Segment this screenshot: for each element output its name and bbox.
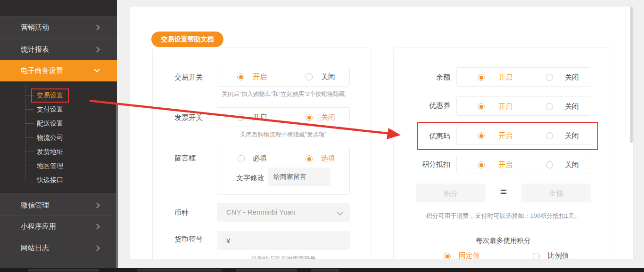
chevron-right-icon: [94, 47, 100, 53]
ratio-value-radio[interactable]: [533, 253, 540, 259]
amount-input[interactable]: [521, 184, 591, 202]
taskbar-strip: [0, 268, 644, 272]
points-note: 积分可用于消费，支付时可以选择如：100积分抵扣1元。: [394, 212, 613, 220]
trade-switch-group: 开启 关闭: [217, 67, 350, 87]
points-deduct-label: 积分抵扣: [394, 160, 450, 169]
invoice-off-radio[interactable]: [305, 114, 313, 121]
invoice-off-label[interactable]: 关闭: [321, 113, 335, 122]
currency-select[interactable]: CNY - Renminbi Yuan: [217, 203, 350, 222]
help-doc-button[interactable]: 交易设置帮助文档: [151, 32, 223, 47]
submenu-item-shipping-address[interactable]: 发货地址: [37, 144, 63, 159]
coupon-code-on-label[interactable]: 开启: [498, 131, 512, 140]
coupon-code-label: 优惠码: [394, 132, 450, 141]
balance-label: 余额: [394, 73, 450, 82]
sidebar-item-reports[interactable]: 统计报表: [0, 38, 117, 60]
sidebar: 营销活动 统计报表 电子商务设置 交易设置 支付设置 配送设置 物流公司 发货地…: [0, 0, 117, 268]
page-scrollbar-thumb[interactable]: [630, 7, 633, 143]
trade-on-label[interactable]: 开启: [253, 72, 267, 81]
message-optional-label[interactable]: 选填: [321, 154, 335, 163]
invoice-switch-group: 开启 关闭: [217, 107, 350, 127]
trade-switch-label: 交易开关: [174, 73, 203, 82]
trade-off-label[interactable]: 关闭: [321, 72, 335, 81]
submenu-item-region-management[interactable]: 地区管理: [37, 159, 63, 173]
submenu-item-payment-settings[interactable]: 支付设置: [37, 102, 63, 116]
message-required-radio[interactable]: [238, 155, 245, 162]
coupon-code-off-radio[interactable]: [546, 132, 553, 139]
submenu-item-trade-settings[interactable]: 交易设置: [37, 88, 63, 102]
invoice-switch-note: 关闭后购物流程中将隐藏”发票项”: [213, 131, 354, 139]
coupon-on-label[interactable]: 开启: [498, 102, 512, 111]
invoice-on-label[interactable]: 开启: [253, 113, 267, 122]
trade-on-radio[interactable]: [237, 73, 244, 80]
balance-on-radio[interactable]: [478, 74, 485, 81]
sidebar-scrollbar-thumb[interactable]: [116, 104, 118, 268]
equals-sign: =: [496, 185, 511, 199]
sidebar-item-site-logs[interactable]: 网站日志: [0, 237, 117, 258]
coupon-on-radio[interactable]: [478, 103, 485, 110]
chevron-right-icon: [94, 24, 100, 31]
sidebar-filler-row: [0, 258, 117, 268]
submenu-item-logistics-company[interactable]: 物流公司: [37, 130, 63, 144]
main-panel: 交易设置帮助文档 交易开关 开启 关闭 关闭后“加入购物车”和“立刻购买”2个按…: [130, 6, 634, 259]
ecommerce-submenu: 交易设置 支付设置 配送设置 物流公司 发货地址 地区管理 快递接口: [0, 81, 117, 193]
balance-on-label[interactable]: 开启: [498, 73, 512, 82]
coupon-off-radio[interactable]: [546, 103, 553, 110]
invoice-switch-label: 发票开关: [174, 113, 203, 122]
message-optional-radio[interactable]: [305, 155, 313, 162]
coupon-group: 开启 关闭: [456, 96, 591, 116]
currency-symbol-label: 货币符号: [174, 235, 203, 244]
message-box-group: 必填 选填 文字修改: [217, 148, 350, 195]
trade-settings-card: 交易开关 开启 关闭 关闭后“加入购物车”和“立刻购买”2个按钮将隐藏 发票开关…: [152, 48, 372, 259]
currency-select-value: CNY - Renminbi Yuan: [226, 208, 295, 216]
chevron-down-icon: [94, 66, 100, 72]
currency-label: 币种: [174, 208, 189, 217]
trade-off-radio[interactable]: [305, 73, 313, 80]
invoice-on-radio[interactable]: [237, 114, 244, 121]
coupon-code-group: 开启 关闭: [456, 126, 591, 145]
points-off-radio[interactable]: [546, 161, 553, 168]
sidebar-item-label: 小程序应用: [21, 222, 56, 230]
sidebar-item-wechat[interactable]: 微信管理: [0, 194, 117, 215]
message-box-label: 留言框: [174, 154, 196, 163]
coupon-label: 优惠券: [394, 101, 450, 110]
currency-symbol-note: 当前站点显示的货币符号: [213, 255, 354, 259]
message-required-label[interactable]: 必填: [253, 154, 267, 163]
coupon-code-off-label[interactable]: 关闭: [565, 131, 579, 140]
chevron-right-icon: [94, 224, 100, 230]
points-off-label[interactable]: 关闭: [565, 160, 579, 169]
sidebar-item-marketing[interactable]: 营销活动: [0, 16, 117, 38]
currency-symbol-input[interactable]: [217, 231, 350, 250]
sidebar-header: [0, 0, 117, 16]
points-on-radio[interactable]: [478, 161, 485, 168]
fixed-value-label[interactable]: 固定值: [459, 251, 480, 259]
balance-group: 开启 关闭: [456, 67, 591, 87]
sidebar-item-label: 电子商务设置: [21, 66, 63, 74]
balance-off-radio[interactable]: [546, 74, 553, 81]
points-on-label[interactable]: 开启: [498, 160, 512, 169]
submenu-item-delivery-settings[interactable]: 配送设置: [37, 116, 63, 130]
coupon-code-on-radio[interactable]: [478, 132, 485, 139]
fixed-value-radio[interactable]: [444, 253, 451, 259]
chevron-down-icon: [337, 209, 343, 216]
message-text-input[interactable]: [268, 168, 330, 186]
sidebar-item-label: 统计报表: [21, 45, 49, 53]
coupon-off-label[interactable]: 关闭: [565, 102, 579, 111]
sidebar-item-miniprogram[interactable]: 小程序应用: [0, 215, 117, 237]
balance-off-label[interactable]: 关闭: [565, 73, 579, 82]
sidebar-item-label: 网站日志: [21, 244, 49, 252]
points-deduct-group: 开启 关闭: [456, 155, 591, 174]
text-modify-label: 文字修改: [236, 174, 264, 183]
trade-switch-note: 关闭后“加入购物车”和“立刻购买”2个按钮将隐藏: [213, 90, 354, 98]
sidebar-item-ecommerce-settings[interactable]: 电子商务设置: [0, 60, 117, 81]
sidebar-item-label: 微信管理: [21, 201, 49, 209]
points-input[interactable]: [416, 184, 486, 202]
discount-settings-card: 余额 开启 关闭 优惠券 开启 关闭 优惠码 开启 关闭 积分抵扣 开启 关闭: [393, 48, 613, 259]
ratio-value-label[interactable]: 比例值: [548, 251, 569, 259]
sidebar-item-label: 营销活动: [21, 23, 49, 31]
tree-line: [25, 85, 25, 182]
chevron-right-icon: [94, 245, 100, 251]
chevron-right-icon: [94, 202, 100, 208]
submenu-item-express-interface[interactable]: 快递接口: [37, 173, 63, 187]
max-points-label: 每次最多使用积分: [394, 236, 613, 245]
